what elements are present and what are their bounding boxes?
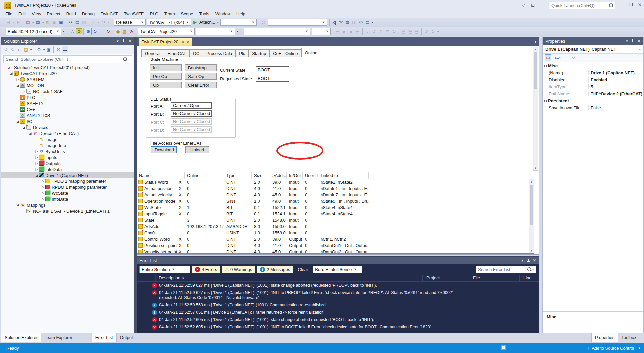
tree-item[interactable]: ◢Devices [1,124,134,130]
nav-back-icon[interactable]: ◄ [5,19,12,26]
properties-header[interactable]: Properties ▾ ✕ [543,37,643,45]
settings-gear-icon[interactable]: ⚙ [358,19,364,26]
property-row[interactable]: PathNameTIID^Device 2 (EtherCAT)^ [543,90,643,97]
expander-icon[interactable]: ▷ [41,179,45,183]
tree-item[interactable]: ◢Mappings [1,202,134,208]
tree-item[interactable]: ▷InfoData [1,166,134,172]
tree-item[interactable]: ▷WcState [1,190,134,196]
tree-item[interactable]: Image [1,136,134,142]
pre-op-button[interactable]: Pre-Op [150,73,182,80]
tree-item[interactable]: PLC [1,94,134,100]
pending-changes-filter-icon[interactable]: ⊙ [36,46,42,53]
refresh-right-icon[interactable]: ↻ [430,28,436,35]
tab-process-data[interactable]: Process Data [203,49,236,57]
window-position-icon[interactable]: ▾ [117,39,119,43]
notifications-icon[interactable]: ⊡ [531,3,535,8]
errors-filter-button[interactable]: ✕ 4 Errors [192,266,220,273]
window-position-icon[interactable]: ▾ [626,39,628,43]
free-run-toggle-icon[interactable]: ◉ [115,28,121,35]
property-value[interactable]: 5 [589,84,593,89]
copy-icon[interactable]: ▤ [74,19,81,26]
tree-item[interactable]: ▷RPDO 1 mapping parameter [1,184,134,190]
menu-file[interactable]: File [2,10,15,18]
error-list-columns[interactable]: Description ▼ Project File Line [137,274,539,282]
init-button[interactable]: Init [150,64,182,71]
wrench-icon[interactable]: ⚒ [338,19,344,26]
se-back-icon[interactable]: ↺ [3,46,9,53]
menu-edit[interactable]: Edit [15,10,29,18]
port-status-field[interactable]: Carrier / Open [171,102,212,109]
grid-column-header[interactable]: Linked to [318,172,369,179]
grid-row[interactable]: WcStateX1BIT0.11522.1Input0nState4, nSta… [137,204,534,211]
scroll-down-icon[interactable]: ▼ [529,248,534,253]
warnings-filter-button[interactable]: ⚠ 0 Warnings [222,266,255,273]
tc-status-icon[interactable] [501,345,506,350]
tree-item[interactable]: ANALYTICS [1,112,134,118]
quick-launch-input[interactable]: Quick Launch (Ctrl+Q) [549,2,615,9]
undo-menu-icon[interactable]: ▾ [97,19,100,26]
toolbar-overflow2-icon[interactable]: ▾ [436,28,440,35]
document-list-chevron-icon[interactable]: ▾ [535,40,536,44]
chevron-up-icon[interactable]: ▲ [638,346,641,350]
property-pages-icon[interactable]: ⚒ [570,54,577,61]
toolbar-grip[interactable] [2,19,4,26]
expander-icon[interactable]: ▷ [41,191,45,195]
menu-window[interactable]: Window [212,10,233,18]
redo-icon[interactable]: ↷ [100,19,107,26]
restart-twincat-icon[interactable]: ↻ [105,28,112,35]
column-file[interactable]: File [473,275,480,280]
right-tab-toolbox[interactable]: Toolbox [618,333,640,342]
boot-project-icon[interactable]: ▤ [414,28,420,35]
tree-item[interactable]: C++ [1,106,134,112]
menu-plc[interactable]: PLC [147,10,161,18]
configuration-combo[interactable]: Release▼ [114,19,146,26]
title-bar[interactable]: TwinCAT Project20 - TcXaeShell ▽ ⊡ Quick… [0,0,644,10]
port-status-field[interactable]: No Carrier / Closed [171,110,212,117]
maximize-button[interactable]: ❐ [626,0,635,9]
messages-filter-button[interactable]: i 2 Messages [257,266,293,273]
grid-column-header[interactable]: Type [224,172,252,179]
grid-row[interactable]: AdsAddr192.168.1.207.3.1:1...AMSADDR8.01… [137,223,534,230]
grid-scrollbar[interactable]: ▲ ▼ [529,179,534,253]
form-scrollbar[interactable]: ▲ ▼ [533,47,538,171]
error-list-row[interactable]: ✕04-Jan-21 11:52:59 627 ms | 'Drive 1 (C… [137,282,539,289]
login-icon[interactable]: ⇥ [334,28,341,35]
restart-icon[interactable]: ↺ [371,28,377,35]
expander-icon[interactable]: ▷ [34,156,39,159]
menu-twinsafe[interactable]: TwinSAFE [121,10,147,18]
pin-icon[interactable] [631,39,634,43]
error-list-row[interactable]: i04-Jan-21 11:52:59 563 ms | 'Drive 1 (C… [137,301,539,309]
error-filter-combo[interactable]: Build + IntelliSense▼ [313,266,362,273]
expander-icon[interactable]: ◢ [15,84,20,87]
bootstrap-button[interactable]: Bootstrap [185,64,217,71]
tc-gear-icon[interactable]: ⚙ [76,28,82,34]
cut-icon[interactable]: ✂ [67,19,74,26]
error-list-row[interactable]: i04-Jan-21 11:52:57 051 ms | Device 2 (E… [137,309,539,316]
expander-icon[interactable]: ◢ [28,132,33,135]
wand-icon[interactable]: ☄ [98,28,105,35]
tab-close-icon[interactable]: ✕ [187,40,189,44]
attach-menu-icon[interactable]: ▾ [216,19,220,26]
sync-active-doc-icon[interactable]: ▣ [46,46,52,53]
close-panel-icon[interactable]: ✕ [533,258,536,263]
scroll-up-icon[interactable]: ▲ [529,179,534,184]
grid-column-header[interactable]: User ID [303,172,318,179]
menu-view[interactable]: View [29,10,44,18]
error-list-row[interactable]: ✕04-Jan-21 11:52:52 605 ms | 'Drive 1 (C… [137,323,539,331]
redo-menu-icon[interactable]: ▾ [107,19,110,26]
close-panel-icon[interactable]: ✕ [128,39,131,43]
tree-item[interactable]: ◢Device 2 (EtherCAT) [1,130,134,136]
properties-object-selector[interactable]: Drive 1 (Capitan NET) Capitan NET ▾ [543,45,643,54]
grid-row[interactable]: Actual positionX0DINT4.041.0Input0nDataI… [137,185,534,192]
scrollbar-thumb[interactable] [530,185,533,225]
filter-menu-icon[interactable]: ▾ [42,46,46,53]
close-panel-icon[interactable]: ✕ [638,39,641,43]
add-to-source-control[interactable]: ↑ Add to Source Control ▲ [588,346,641,351]
port-status-field[interactable]: No Carrier / Closed [171,126,212,133]
step-into-icon[interactable]: ⇣ [364,28,371,35]
column-line[interactable]: Line [523,275,532,280]
tab-coe-online[interactable]: CoE - Online [269,49,301,57]
add-item-menu-icon[interactable]: ▾ [41,19,45,26]
op-button[interactable]: Op [150,82,182,88]
expander-icon[interactable]: ▷ [34,168,39,171]
